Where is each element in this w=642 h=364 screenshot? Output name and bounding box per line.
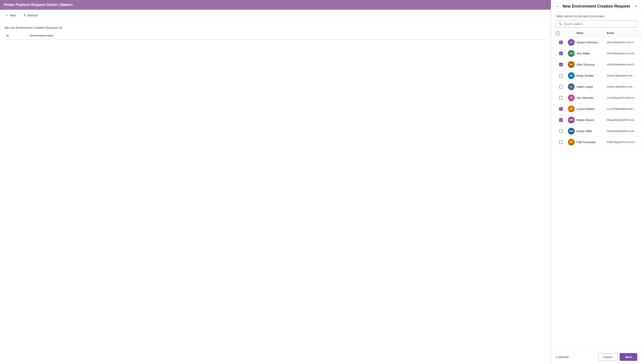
maker-email-nestor-wilke: NestorW@pplatformuat.OnMicrosoft....: [607, 130, 637, 132]
refresh-icon: ↻: [24, 14, 26, 17]
maker-checkbox-joni-sherman[interactable]: [559, 96, 563, 100]
maker-name-system-admin: System Administr...: [576, 41, 607, 44]
maker-email-joni-sherman: JoniS@pplatformuat.OnMicrosoft.com: [607, 96, 637, 99]
maker-email-lynne-robbins: LynneR@pplatformuat.OnMicrosoft.c...: [607, 107, 637, 110]
maker-checkbox-patti-fernandez[interactable]: [559, 140, 563, 144]
maker-name-megan-bowen: Megan Bowen: [576, 118, 607, 122]
cancel-button[interactable]: Cancel: [598, 353, 617, 361]
checkbox-cell: [556, 118, 566, 122]
maker-name-nestor-wilke: Nestor Wilke: [576, 130, 607, 133]
avatar-cell: AW: [566, 50, 576, 57]
search-icon: 🔍: [558, 22, 562, 26]
list-item: MB Megan Bowen MeganB@pplatformuat.OnMic…: [551, 114, 642, 126]
panel-header: ← New Environment Creation Request ×: [551, 0, 642, 12]
maker-name-lynne-robbins: Lynne Robbins: [576, 107, 607, 110]
checkbox-cell: [556, 63, 566, 66]
panel-subtitle: Select admins for the new Environment.: [551, 12, 642, 20]
checkbox-cell: [556, 96, 566, 100]
footer-actions: Cancel Next: [598, 353, 637, 361]
maker-email-megan-bowen: MeganB@pplatformuat.OnMicrosoft....: [607, 118, 637, 122]
checkbox-cell: [556, 140, 566, 144]
makers-rows: SA System Administr... admin@pplatformua…: [551, 37, 642, 148]
checkbox-cell: [556, 129, 566, 133]
avatar-diego-siciliani: DS: [568, 72, 575, 79]
table-header: Id Environment name: [5, 33, 546, 40]
list-item: NW Nestor Wilke NestorW@pplatformuat.OnM…: [551, 126, 642, 137]
avatar-isaiah-langer: IL: [568, 84, 575, 90]
maker-checkbox-megan-bowen[interactable]: [559, 118, 563, 122]
col-env-name: Environment name: [29, 33, 546, 38]
select-all-icon[interactable]: [556, 32, 559, 35]
maker-name-alex-wilber: Alex Wilber: [576, 52, 607, 55]
maker-checkbox-system-admin[interactable]: [559, 40, 563, 44]
search-input[interactable]: [564, 22, 635, 26]
new-button[interactable]: ＋ New: [4, 12, 18, 18]
avatar-nestor-wilke: NW: [568, 128, 575, 134]
avatar-cell: MB: [566, 117, 576, 124]
col-email: Email: [607, 32, 637, 35]
maker-checkbox-allan-deyoung[interactable]: [559, 63, 563, 66]
avatar-cell: NW: [566, 128, 576, 134]
avatar-system-admin: SA: [568, 39, 575, 46]
next-button[interactable]: Next: [619, 353, 637, 361]
close-button[interactable]: ×: [635, 4, 637, 8]
section-title: My Live Environment Creation Requests (0…: [5, 26, 546, 29]
avatar-cell: PF: [566, 139, 576, 146]
maker-name-isaiah-langer: Isaiah Langer: [576, 85, 607, 88]
checkbox-cell: [556, 40, 566, 44]
avatar-cell: LR: [566, 106, 576, 112]
right-panel: ← New Environment Creation Request × Sel…: [551, 0, 642, 364]
maker-name-diego-siciliani: Diego Siciliani: [576, 74, 607, 77]
maker-checkbox-isaiah-langer[interactable]: [559, 85, 563, 88]
checkbox-cell: [556, 85, 566, 88]
maker-name-patti-fernandez: Patti Fernandez: [576, 140, 607, 144]
checkbox-cell: [556, 74, 566, 78]
col-checkbox: [556, 32, 566, 35]
avatar-cell: SA: [566, 39, 576, 46]
maker-email-alex-wilber: AlexW@pplatformuat.OnMicrosoft.c...: [607, 52, 637, 55]
toolbar: ＋ New ↻ Refresh: [0, 10, 551, 21]
maker-email-diego-siciliani: DiegoS@pplatformuat.OnMicrosoft.c...: [607, 74, 637, 77]
avatar-cell: AD: [566, 61, 576, 68]
list-item: IL Isaiah Langer IsaiahL@pplatformuat.On…: [551, 81, 642, 92]
maker-email-isaiah-langer: IsaiahL@pplatformuat.OnMicrosoft.c...: [607, 85, 637, 88]
col-avatar: [566, 32, 576, 35]
list-item: JS Joni Sherman JoniS@pplatformuat.OnMic…: [551, 92, 642, 104]
avatar-patti-fernandez: PF: [568, 139, 575, 146]
refresh-button[interactable]: ↻ Refresh: [22, 13, 40, 18]
app-title: Power Platform Request Center | Makers: [4, 3, 73, 7]
plus-icon: ＋: [6, 13, 9, 18]
avatar-megan-bowen: MB: [568, 117, 575, 124]
maker-checkbox-diego-siciliani[interactable]: [559, 74, 563, 78]
list-item: SA System Administr... admin@pplatformua…: [551, 37, 642, 48]
list-header: Name Email: [551, 30, 642, 37]
panel-title: New Environment Creation Request: [562, 4, 632, 8]
avatar-alex-wilber: AW: [568, 50, 575, 57]
checkbox-cell: [556, 52, 566, 55]
refresh-label: Refresh: [28, 14, 38, 17]
makers-list: Name Email SA System Administr... admin@…: [551, 30, 642, 350]
avatar-allan-deyoung: AD: [568, 61, 575, 68]
content-area: My Live Environment Creation Requests (0…: [0, 21, 551, 364]
maker-checkbox-nestor-wilke[interactable]: [559, 129, 563, 133]
maker-name-allan-deyoung: Allan Deyoung: [576, 63, 607, 66]
maker-email-patti-fernandez: PattiF@pplatformuat.OnMicrosoft.com: [607, 140, 637, 144]
maker-checkbox-alex-wilber[interactable]: [559, 52, 563, 55]
back-button[interactable]: ←: [556, 4, 560, 8]
maker-checkbox-lynne-robbins[interactable]: [559, 107, 563, 111]
list-item: PF Patti Fernandez PattiF@pplatformuat.O…: [551, 137, 642, 148]
avatar-cell: DS: [566, 72, 576, 79]
list-item: AD Allan Deyoung AllanD@pplatformuat.OnM…: [551, 59, 642, 70]
list-item: AW Alex Wilber AlexW@pplatformuat.OnMicr…: [551, 48, 642, 59]
maker-name-joni-sherman: Joni Sherman: [576, 96, 607, 100]
checkbox-cell: [556, 107, 566, 111]
panel-footer: 5 selected Cancel Next: [551, 350, 642, 364]
new-label: New: [10, 14, 16, 17]
maker-email-system-admin: admin@pplatformuat.OnMicrosoft.co...: [607, 41, 637, 44]
list-item: LR Lynne Robbins LynneR@pplatformuat.OnM…: [551, 104, 642, 114]
left-panel: Power Platform Request Center | Makers ＋…: [0, 0, 551, 364]
col-id: Id: [5, 33, 29, 38]
app-header: Power Platform Request Center | Makers: [0, 0, 551, 10]
list-item: DS Diego Siciliani DiegoS@pplatformuat.O…: [551, 70, 642, 81]
avatar-cell: IL: [566, 84, 576, 90]
